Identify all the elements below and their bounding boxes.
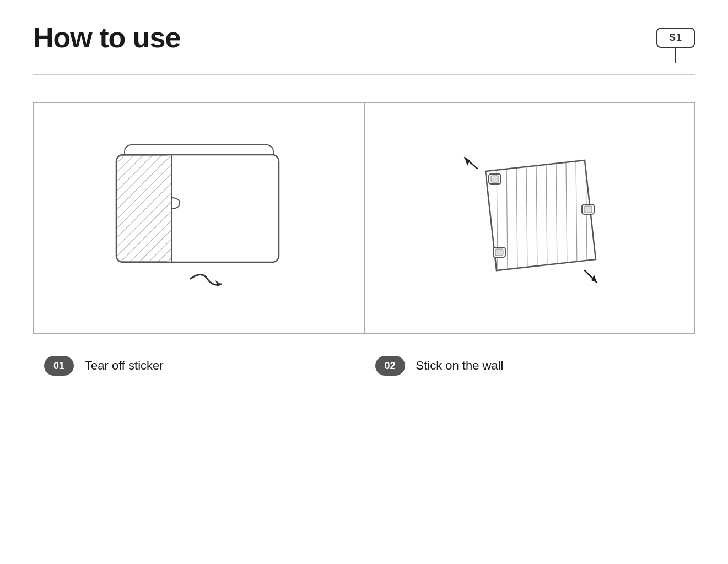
product-tag: S1 (656, 28, 695, 63)
instructions-grid (33, 102, 695, 334)
svg-rect-4 (117, 155, 172, 262)
svg-marker-27 (591, 275, 597, 283)
step2-text: Stick on the wall (416, 359, 504, 373)
page-container: How to use S1 (0, 0, 728, 414)
step2-illustration-box (364, 102, 695, 334)
page-title: How to use (33, 22, 180, 53)
svg-marker-25 (465, 158, 470, 166)
step1-badge: 01 (44, 356, 74, 376)
header-divider (33, 74, 695, 75)
step-labels: 01 Tear off sticker 02 Stick on the wall (33, 350, 695, 381)
svg-rect-23 (495, 249, 503, 256)
product-code-badge: S1 (656, 28, 695, 48)
step2-svg (436, 138, 623, 298)
step2-label-item: 02 Stick on the wall (364, 350, 695, 381)
step1-label-item: 01 Tear off sticker (33, 350, 364, 381)
step1-illustration-box (33, 102, 364, 334)
product-tag-line (675, 48, 676, 63)
svg-marker-7 (215, 280, 221, 287)
header-section: How to use S1 (33, 22, 695, 63)
svg-rect-21 (584, 206, 592, 213)
step1-svg (94, 138, 304, 298)
step2-badge: 02 (375, 356, 405, 376)
step1-text: Tear off sticker (85, 359, 164, 373)
svg-rect-19 (491, 176, 499, 182)
